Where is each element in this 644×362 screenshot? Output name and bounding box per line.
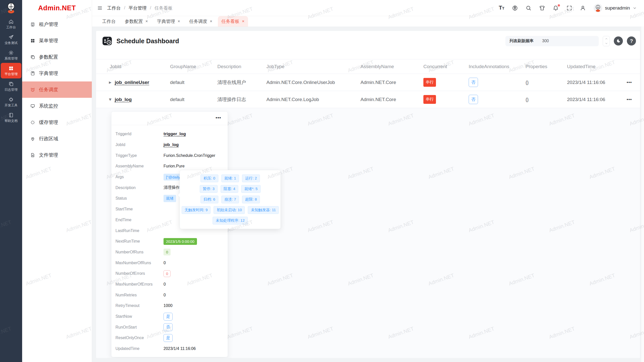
collapse-menu-icon[interactable] (97, 5, 103, 11)
gear-icon (8, 50, 14, 56)
user-menu[interactable]: superadmin (593, 4, 637, 13)
sidebar-item-file[interactable]: 文件管理 (22, 147, 92, 163)
rail-item-chip[interactable]: 开发工具 (1, 94, 21, 110)
detail-field-value: 0 (164, 261, 166, 265)
search-icon[interactable] (526, 5, 532, 11)
detail-link[interactable]: job_log (164, 142, 179, 147)
status-badge-row: 暂停: 3阻塞: 4就绪*: 5 (183, 185, 277, 193)
detail-field-value: job_log (164, 142, 179, 147)
concurrent-cell: 串行 (423, 95, 469, 104)
breadcrumb: 工作台/平台管理/任务看板 (107, 5, 173, 11)
detail-field-value: Furion.Pure (164, 164, 185, 168)
assembly-name-cell: Admin.NET.Core (360, 97, 423, 102)
rail-item-send[interactable]: 业务测试 (1, 32, 21, 47)
column-header: Concurrent (423, 64, 469, 69)
breadcrumb-item[interactable]: 工作台 (107, 5, 121, 11)
close-icon[interactable]: × (178, 20, 180, 23)
file-icon (30, 153, 35, 158)
expand-row-icon[interactable]: ▶ (109, 80, 112, 84)
job-type-cell: Admin.NET.Core.OnlineUserJob (266, 80, 360, 85)
avatar[interactable] (593, 4, 602, 13)
sidebar-item-pin[interactable]: 行政区域 (22, 130, 92, 147)
close-icon[interactable]: × (242, 20, 245, 23)
stepper-up-icon[interactable] (605, 37, 608, 40)
theme-shirt-icon[interactable] (539, 5, 545, 11)
detail-field-numberoferrors: NumberOfErrors0 (115, 268, 224, 279)
tab-4[interactable]: 任务调度× (186, 16, 216, 27)
chip-icon (8, 97, 14, 102)
close-icon[interactable]: × (210, 20, 212, 23)
rail-item-gear[interactable]: 系统管理 (1, 47, 21, 63)
user-icon[interactable] (580, 5, 586, 11)
sidebar-item-docs[interactable]: 参数配置 (22, 49, 92, 65)
column-header: GroupName (170, 64, 217, 69)
panel-more-actions-button[interactable]: ••• (216, 115, 221, 120)
include-annotations-cell: 否 (469, 78, 526, 87)
rail-item-docs[interactable]: 日志管理 (1, 78, 21, 94)
detail-field-jobid: JobIdjob_log (115, 140, 224, 150)
help-button[interactable]: ? (627, 36, 636, 46)
font-size-icon[interactable]: TT (499, 5, 504, 11)
chevron-down-icon[interactable] (632, 6, 637, 10)
rail-item-label: 系统管理 (5, 57, 18, 60)
status-badge: 就绪*: 5 (241, 185, 261, 193)
close-icon[interactable]: × (145, 20, 148, 23)
job-id-link[interactable]: job_log (115, 97, 132, 102)
rail-item-label: 业务测试 (5, 41, 18, 44)
main-column: 工作台/平台管理/任务看板 TT superadmin (92, 0, 644, 362)
group-name-cell: default (170, 80, 217, 85)
detail-field-label: ResetOnlyOnce (115, 336, 164, 340)
sidebar-item-grid[interactable]: 菜单管理 (22, 32, 92, 49)
sidebar-item-tenant[interactable]: 租户管理 (22, 16, 92, 32)
detail-field-label: NextRunTime (115, 239, 164, 244)
brand-logo-text[interactable]: Admin.NET (22, 0, 92, 16)
refresh-rate-input[interactable]: 列表刷新频率 300 (505, 36, 599, 46)
refresh-rate-value[interactable]: 300 (542, 39, 549, 43)
row-more-actions-button[interactable]: ••• (619, 97, 640, 102)
include-annotations-cell: 否 (469, 95, 526, 104)
status-badge: 积压: 0 (200, 174, 218, 182)
book-icon (8, 112, 14, 118)
job-id-link[interactable]: job_onlineUser (115, 80, 149, 85)
dark-mode-button[interactable] (614, 36, 623, 46)
rail-item-home[interactable]: 工作台 (1, 16, 21, 32)
tab-2[interactable]: 参数配置× (121, 16, 151, 27)
scrollbar-track[interactable] (641, 26, 644, 362)
rail-item-grid[interactable]: 平台管理 (1, 63, 21, 78)
concurrent-cell: 串行 (423, 78, 469, 87)
grid-icon (8, 66, 14, 71)
blue-tag: 就绪 (164, 195, 176, 202)
brand-mascot-logo[interactable] (5, 0, 18, 16)
notification-bell-icon[interactable] (553, 5, 559, 11)
question-mark-icon: ? (630, 38, 633, 44)
sidebar-item-monitor[interactable]: 系统监控 (22, 98, 92, 114)
rail-item-label: 工作台 (6, 26, 16, 29)
tab-5[interactable]: 任务看板× (218, 16, 248, 27)
tab-1[interactable]: 工作台 (99, 16, 119, 27)
breadcrumb-item[interactable]: 平台管理 (129, 5, 147, 11)
detail-field-label: Description (115, 186, 164, 190)
sidebar-item-dict[interactable]: 字典管理 (22, 65, 92, 81)
rail-item-book[interactable]: 帮助文档 (1, 110, 21, 125)
docs-icon (30, 55, 35, 60)
language-icon[interactable] (512, 5, 518, 11)
status-badge-row: 无触发时间: 9初始未启动: 10未知触发器: 11 (183, 206, 277, 214)
detail-link[interactable]: trigger_log (164, 131, 186, 137)
detail-field-label: EndTime (115, 218, 164, 222)
stepper-down-icon[interactable] (605, 42, 608, 45)
status-badge: 初始未启动: 10 (214, 206, 245, 214)
tab-label: 参数配置 (125, 18, 143, 24)
assembly-name-cell: Admin.NET.Core (360, 80, 423, 85)
tab-3[interactable]: 字典管理× (153, 16, 184, 27)
status-badge: 归档: 6 (200, 196, 218, 203)
username[interactable]: superadmin (605, 5, 630, 11)
row-more-actions-button[interactable]: ••• (619, 80, 640, 85)
pin-icon (30, 136, 35, 141)
fullscreen-icon[interactable] (566, 5, 572, 11)
sidebar-item-cache[interactable]: 缓存管理 (22, 114, 92, 130)
blue-outline-tag: 是 (164, 313, 173, 321)
sidebar-item-label: 菜单管理 (39, 37, 58, 44)
sidebar-item-alarm[interactable]: 任务调度 (22, 81, 92, 98)
detail-field-updatedtime: UpdatedTime2023/1/4 11:16:06 (115, 343, 224, 354)
collapse-row-icon[interactable]: ▼ (109, 98, 112, 101)
